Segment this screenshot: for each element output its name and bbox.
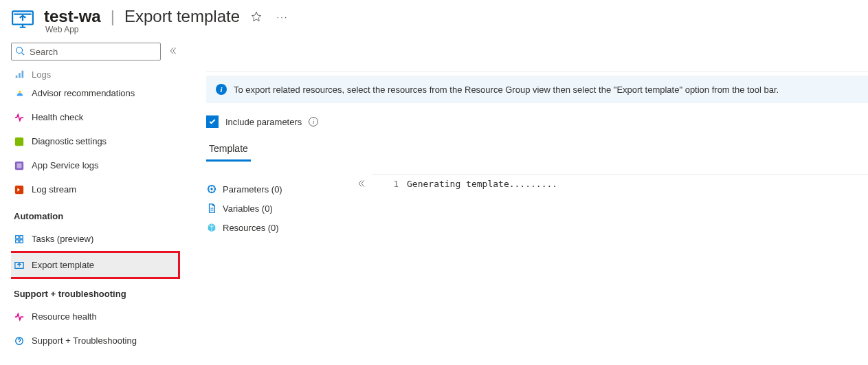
svg-rect-2 bbox=[16, 76, 18, 78]
sidebar-item-advisor[interactable]: Advisor recommendations bbox=[11, 81, 177, 105]
tree-item-variables[interactable]: Variables (0) bbox=[206, 199, 350, 218]
svg-rect-4 bbox=[22, 71, 24, 78]
sidebar-item-label: Export template bbox=[32, 260, 94, 270]
info-text: To export related resources, select the … bbox=[234, 85, 779, 95]
sidebar-item-logs[interactable]: Logs bbox=[11, 67, 177, 81]
sidebar-item-label: Health check bbox=[32, 112, 83, 122]
sidebar-item-diagnostic-settings[interactable]: Diagnostic settings bbox=[11, 129, 177, 153]
tasks-icon bbox=[14, 234, 25, 245]
code-line: Generating template......... bbox=[407, 179, 557, 189]
export-template-icon bbox=[14, 260, 25, 271]
resources-icon bbox=[206, 222, 217, 233]
sidebar-item-label: Tasks (preview) bbox=[32, 234, 93, 244]
svg-rect-3 bbox=[19, 73, 21, 78]
page-header: test-wa | Export template ··· Web App bbox=[0, 0, 868, 38]
search-icon bbox=[15, 46, 25, 58]
svg-point-17 bbox=[210, 188, 213, 190]
sidebar-item-label: Advisor recommendations bbox=[32, 88, 135, 98]
health-check-icon bbox=[14, 112, 25, 123]
search-input[interactable] bbox=[11, 43, 161, 60]
include-parameters-label: Include parameters bbox=[225, 117, 302, 127]
svg-rect-13 bbox=[20, 239, 23, 242]
include-parameters-checkbox[interactable] bbox=[206, 115, 219, 128]
sidebar-item-label: Diagnostic settings bbox=[32, 136, 107, 146]
variables-icon bbox=[206, 203, 217, 214]
sidebar-item-label: Logs bbox=[32, 69, 51, 80]
resource-health-icon bbox=[14, 311, 25, 322]
svg-rect-8 bbox=[17, 163, 22, 168]
editor-gutter: 1 bbox=[372, 179, 407, 353]
page-title: Export template bbox=[124, 7, 240, 26]
line-number: 1 bbox=[372, 179, 399, 189]
sidebar: Logs Advisor recommendations Health chec… bbox=[0, 38, 180, 365]
sidebar-item-label: Resource health bbox=[32, 311, 97, 322]
code-editor[interactable]: 1 Generating template......... bbox=[372, 174, 868, 353]
section-support: Support + troubleshooting bbox=[11, 279, 177, 305]
svg-rect-12 bbox=[16, 239, 19, 242]
tab-template[interactable]: Template bbox=[206, 143, 251, 162]
resource-type: Web App bbox=[45, 25, 292, 34]
info-icon: i bbox=[216, 84, 227, 95]
sidebar-item-log-stream[interactable]: Log stream bbox=[11, 177, 177, 201]
tree-item-label: Resources (0) bbox=[223, 223, 279, 233]
svg-rect-10 bbox=[16, 235, 19, 238]
logs-icon bbox=[14, 69, 25, 80]
section-automation: Automation bbox=[11, 201, 177, 227]
template-tree: Parameters (0) Variables (0) Resources (… bbox=[206, 174, 350, 353]
sidebar-item-label: Log stream bbox=[32, 184, 76, 195]
tree-item-label: Variables (0) bbox=[223, 203, 273, 214]
info-tooltip-icon[interactable]: i bbox=[309, 117, 318, 126]
advisor-icon bbox=[14, 88, 25, 99]
sidebar-item-tasks[interactable]: Tasks (preview) bbox=[11, 227, 177, 251]
tree-item-label: Parameters (0) bbox=[223, 184, 282, 195]
log-stream-icon bbox=[14, 184, 25, 195]
parameters-icon bbox=[206, 184, 217, 195]
main-content: i To export related resources, select th… bbox=[180, 38, 868, 365]
sidebar-item-app-service-logs[interactable]: App Service logs bbox=[11, 153, 177, 177]
svg-rect-6 bbox=[15, 137, 23, 145]
title-divider: | bbox=[111, 7, 115, 26]
svg-rect-11 bbox=[20, 235, 23, 238]
svg-point-5 bbox=[19, 90, 21, 93]
app-logs-icon bbox=[14, 160, 25, 171]
sidebar-nav[interactable]: Logs Advisor recommendations Health chec… bbox=[11, 67, 180, 365]
sidebar-item-support-troubleshooting[interactable]: Support + Troubleshooting bbox=[11, 329, 177, 353]
collapse-tree-button[interactable] bbox=[350, 179, 372, 190]
tree-item-parameters[interactable]: Parameters (0) bbox=[206, 179, 350, 199]
svg-point-1 bbox=[16, 47, 23, 54]
more-button[interactable]: ··· bbox=[273, 7, 292, 26]
tree-item-resources[interactable]: Resources (0) bbox=[206, 218, 350, 237]
tabs: Template bbox=[206, 143, 868, 162]
sidebar-item-export-template[interactable]: Export template bbox=[11, 253, 178, 277]
sidebar-item-label: App Service logs bbox=[32, 160, 99, 170]
favorite-button[interactable] bbox=[247, 7, 266, 26]
resource-name: test-wa bbox=[44, 7, 101, 26]
info-banner: i To export related resources, select th… bbox=[206, 76, 868, 103]
sidebar-item-resource-health[interactable]: Resource health bbox=[11, 305, 177, 329]
diagnostic-icon bbox=[14, 136, 25, 147]
sidebar-item-health-check[interactable]: Health check bbox=[11, 105, 177, 129]
highlight-annotation: Export template bbox=[11, 251, 180, 279]
webapp-icon bbox=[11, 7, 34, 30]
sidebar-item-label: Support + Troubleshooting bbox=[32, 335, 137, 346]
support-icon bbox=[14, 335, 25, 346]
collapse-sidebar-button[interactable] bbox=[166, 44, 180, 60]
